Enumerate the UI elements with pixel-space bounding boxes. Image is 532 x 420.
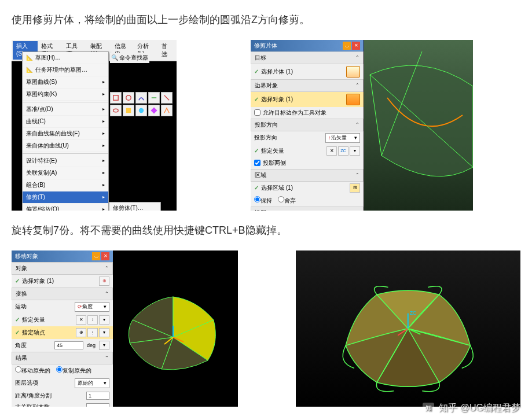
tool-icon[interactable] [161,105,173,116]
cmd-finder-label: 命令查找器 [119,54,148,62]
menu-assoc-copy[interactable]: 关联复制(A)▸ [23,167,108,179]
select-sheet-icon[interactable] [346,66,360,78]
project-both-checkbox[interactable] [254,160,261,166]
region-btn[interactable]: ⊞ [350,183,360,193]
svg-point-4 [139,108,144,113]
field-specify-vector[interactable]: ✓指定矢量✕ZC▾ [251,145,364,157]
copies-input[interactable] [86,403,109,407]
screenshot-result: ZC [296,250,520,407]
watermark: 知 知乎 @UG编程君梦 [423,402,520,414]
layer-select[interactable]: 原始的▾ [75,378,109,388]
instruction-text-1: 使用修剪片体，将绘制的曲面以上一步绘制的圆弧沿Z方向修剪。 [12,12,520,28]
move-object-dialog: 移动对象 ◡ ✕ 对象⌃ ✓选择对象 (1)⊕ 变换⌃ 运动⟳角度▾ ✓指定矢量… [12,250,113,407]
menu-trim[interactable]: 修剪(T)▸ [23,191,108,204]
angle-input[interactable] [54,341,83,349]
trim-sheet-dialog: 修剪片体 ◡ ✕ 目标⌃ ✓选择片体 (1) 边界对象⌃ ✓选择对象 (1) 允… [251,40,364,211]
search-icon: 🔍 [111,54,118,61]
minimize-icon[interactable]: ◡ [343,42,351,50]
allow-tool-checkbox[interactable] [254,109,261,116]
section-object[interactable]: 对象⌃ [12,262,113,275]
menu-offset[interactable]: 偏置/缩放(O)▸ [23,204,108,211]
field-select-object[interactable]: ✓选择对象 (1) [251,92,364,107]
field-copies: 非关联副本数 [12,401,113,407]
motion-select[interactable]: ⟳角度▾ [75,302,109,312]
dialog-title-2: 移动对象 ◡ ✕ [12,250,113,262]
screenshot-trim-dialog: 修剪片体 ◡ ✕ 目标⌃ ✓选择片体 (1) 边界对象⌃ ✓选择对象 (1) 允… [251,40,473,211]
field-motion: 运动⟳角度▾ [12,300,113,314]
close-icon[interactable]: ✕ [352,42,360,50]
divide-input[interactable] [86,392,109,400]
section-boundary[interactable]: 边界对象⌃ [251,79,364,92]
menu-derived-curve[interactable]: 来自曲线集的曲线(F)▸ [23,128,108,140]
menu-sketch-curve[interactable]: 草图曲线(S)▸ [23,76,108,89]
p-btn[interactable]: ▾ [99,328,109,337]
vector-btn-1[interactable]: ✕ [326,146,337,156]
umbrella-render: ZC [296,250,520,407]
radio-move-copy: 移动原先的 复制原先的 [12,364,113,377]
viewport-3d-2[interactable] [108,250,238,407]
v-btn[interactable]: ↕ [87,315,98,325]
svg-point-2 [113,109,118,112]
minimize-icon[interactable]: ◡ [92,252,100,260]
instruction-text-2: 旋转复制7份。将不需要的曲线使用快捷键CTRL+B隐藏掉。 [12,222,520,239]
field-select-obj[interactable]: ✓选择对象 (1)⊕ [12,275,113,288]
menu-pref[interactable]: 首选 [158,41,175,60]
field-layer: 图层选项原始的▾ [12,377,113,390]
section-settings[interactable]: 设置⌄ [251,207,364,211]
radio-discard[interactable]: 舍弃 [278,196,296,205]
menu-sketch-constraint[interactable]: 草图约束(K)▸ [23,89,108,101]
menu-sketch-task[interactable]: 📐任务环境中的草图… [23,64,108,76]
section-region[interactable]: 区域⌃ [251,169,364,182]
radio-move[interactable]: 移动原先的 [15,366,50,375]
tool-icon[interactable] [148,105,160,116]
insert-dropdown: 📐草图(H)… 📐任务环境中的草图… 草图曲线(S)▸ 草图约束(K)▸ 基准/… [22,51,109,211]
menu-combine[interactable]: 组合(B)▸ [23,179,108,191]
zc-axis-label: ZC [410,310,417,315]
viewport-3d[interactable] [364,40,473,211]
select-object-icon[interactable] [346,94,360,105]
menu-body-curve[interactable]: 来自体的曲线(U)▸ [23,140,108,152]
field-spec-pivot[interactable]: ✓指定轴点⊕⋮▾ [12,326,113,339]
section-transform[interactable]: 变换⌃ [12,288,113,300]
p-btn[interactable]: ⊕ [76,328,86,337]
trim-submenu: 修剪体(T)… 拆分体(T)… 修剪片体(R)… [109,202,161,211]
tool-icon[interactable] [135,105,147,116]
menu-curve[interactable]: 曲线(C)▸ [23,116,108,128]
select-icon[interactable]: ⊕ [99,277,109,286]
projection-select[interactable]: ↑沿矢量▾ [325,133,360,143]
tool-icon[interactable] [148,92,160,104]
p-btn[interactable]: ⋮ [87,328,98,337]
field-project-both[interactable]: 投影两侧 [251,157,364,169]
vector-btn-3[interactable]: ▾ [350,146,360,156]
dialog-title: 修剪片体 ◡ ✕ [251,40,364,51]
tool-icon[interactable] [110,105,122,116]
field-select-sheet[interactable]: ✓选择片体 (1) [251,64,364,79]
tool-icon[interactable] [110,92,122,104]
v-btn[interactable]: ✕ [76,315,86,325]
menu-datum[interactable]: 基准/点(D)▸ [23,104,108,116]
section-result[interactable]: 结果⌃ [12,352,113,364]
field-spec-vector[interactable]: ✓指定矢量✕↕▾ [12,314,113,326]
v-btn[interactable]: ▾ [99,315,109,325]
section-target[interactable]: 目标⌃ [251,51,364,64]
svg-point-1 [126,95,131,100]
tool-icon[interactable] [135,92,147,104]
radio-keep[interactable]: 保持 [254,196,272,205]
toolbar [110,92,177,116]
tool-icon[interactable] [161,92,173,104]
tool-icon[interactable] [123,105,134,116]
field-select-region[interactable]: ✓选择区域 (1)⊞ [251,182,364,194]
menu-design-feature[interactable]: 设计特征(E)▸ [23,155,108,167]
screenshot-row-2: 移动对象 ◡ ✕ 对象⌃ ✓选择对象 (1)⊕ 变换⌃ 运动⟳角度▾ ✓指定矢量… [12,250,520,407]
field-allow-tool[interactable]: 允许目标边作为工具对象 [251,107,364,119]
submenu-trim-body[interactable]: 修剪体(T)… [109,202,160,211]
radio-keep-discard: 保持 舍弃 [251,194,364,207]
radio-copy[interactable]: 复制原先的 [56,366,91,375]
menu-sketch[interactable]: 📐草图(H)… [23,52,108,64]
vector-btn-zc[interactable]: ZC [338,146,348,156]
angle-drop[interactable]: ▾ [99,341,109,350]
screenshot-move-dialog: 移动对象 ◡ ✕ 对象⌃ ✓选择对象 (1)⊕ 变换⌃ 运动⟳角度▾ ✓指定矢量… [12,250,238,407]
section-projection[interactable]: 投影方向⌃ [251,119,364,131]
close-icon[interactable]: ✕ [101,252,109,260]
tool-icon[interactable] [123,92,134,104]
